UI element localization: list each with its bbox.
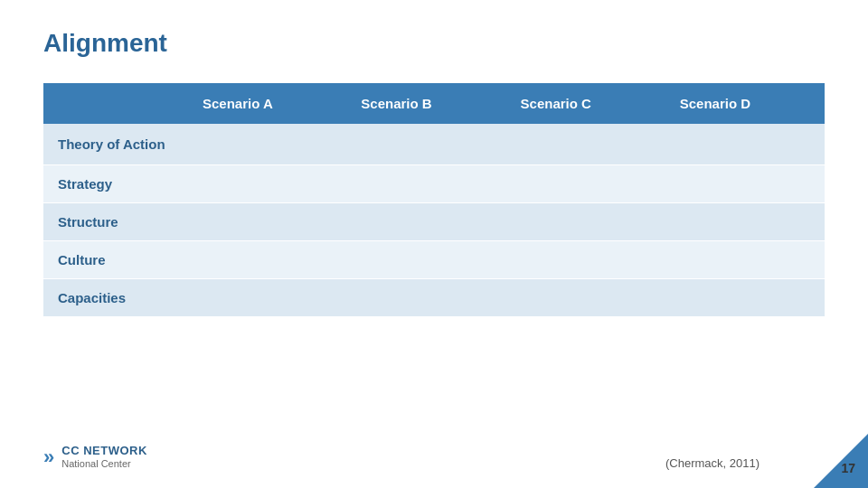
cell-strategy-b — [346, 165, 505, 203]
alignment-table: Scenario A Scenario B Scenario C Scenari… — [43, 83, 825, 317]
table-row: Theory of Action — [43, 124, 825, 165]
cell-culture-d — [665, 241, 825, 279]
cell-culture-a — [188, 241, 346, 279]
header-row-label — [43, 83, 188, 124]
cell-strategy-c — [506, 165, 665, 203]
citation-text: (Chermack, 2011) — [665, 456, 760, 470]
cell-culture-b — [346, 241, 505, 279]
row-label-strategy: Strategy — [43, 165, 188, 203]
logo-top-text: CC NETWORK — [61, 444, 147, 458]
header-scenario-b: Scenario B — [346, 83, 505, 124]
page-container: Alignment Scenario A Scenario B Scenario… — [0, 0, 868, 488]
cell-structure-a — [188, 203, 346, 241]
header-scenario-a: Scenario A — [188, 83, 346, 124]
row-label-culture: Culture — [43, 241, 188, 279]
footer: » CC NETWORK National Center (Chermack, … — [43, 444, 796, 470]
page-title: Alignment — [43, 29, 825, 58]
row-label-structure: Structure — [43, 203, 188, 241]
cell-capacities-d — [665, 279, 825, 317]
table-row: Strategy — [43, 165, 825, 203]
alignment-table-wrapper: Scenario A Scenario B Scenario C Scenari… — [43, 83, 825, 317]
cell-strategy-d — [665, 165, 825, 203]
cell-theory-b — [346, 124, 505, 165]
logo-area: » CC NETWORK National Center — [43, 444, 147, 470]
cell-culture-c — [506, 241, 665, 279]
logo-chevron-icon: » — [43, 446, 54, 469]
cell-strategy-a — [188, 165, 346, 203]
cell-capacities-a — [188, 279, 346, 317]
table-row: Structure — [43, 203, 825, 241]
row-label-theory-of-action: Theory of Action — [43, 124, 188, 165]
cell-capacities-c — [506, 279, 665, 317]
table-header-row: Scenario A Scenario B Scenario C Scenari… — [43, 83, 825, 124]
cell-structure-d — [665, 203, 825, 241]
page-number: 17 — [841, 461, 855, 475]
header-scenario-d: Scenario D — [665, 83, 825, 124]
table-row: Culture — [43, 241, 825, 279]
cell-theory-c — [506, 124, 665, 165]
header-scenario-c: Scenario C — [506, 83, 665, 124]
cell-theory-d — [665, 124, 825, 165]
table-row: Capacities — [43, 279, 825, 317]
logo-bottom-text: National Center — [61, 458, 147, 470]
cell-structure-b — [346, 203, 505, 241]
logo-text-block: CC NETWORK National Center — [61, 444, 147, 470]
cell-theory-a — [188, 124, 346, 165]
cell-capacities-b — [346, 279, 505, 317]
row-label-capacities: Capacities — [43, 279, 188, 317]
cell-structure-c — [506, 203, 665, 241]
